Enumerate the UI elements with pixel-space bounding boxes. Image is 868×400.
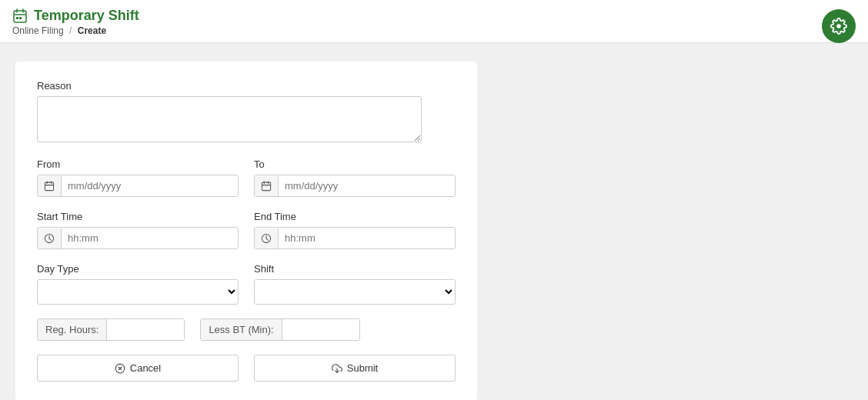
to-date-input[interactable] — [279, 175, 455, 196]
to-input-group — [254, 175, 456, 197]
less-bt-label: Less BT (Min): — [201, 319, 282, 340]
svg-line-19 — [266, 238, 268, 240]
end-time-input-group — [254, 227, 456, 249]
day-type-label: Day Type — [37, 263, 239, 275]
svg-rect-0 — [14, 11, 26, 22]
day-shift-row: Day Type Shift — [37, 263, 456, 318]
breadcrumb-parent[interactable]: Online Filing — [12, 25, 64, 36]
shift-col: Shift — [254, 263, 456, 318]
breadcrumb-separator: / — [69, 25, 72, 36]
breadcrumb: Online Filing / Create — [12, 25, 856, 36]
start-time-col: Start Time — [37, 211, 239, 263]
from-to-row: From — [37, 158, 456, 211]
reg-hours-group: Reg. Hours: — [37, 318, 185, 341]
shift-label: Shift — [254, 263, 456, 275]
form-card: Reason From — [15, 62, 477, 400]
end-time-input[interactable] — [279, 228, 455, 248]
svg-rect-4 — [16, 17, 18, 19]
start-clock-icon — [38, 228, 62, 248]
from-col: From — [37, 158, 239, 211]
settings-icon — [830, 18, 847, 35]
button-row: Cancel Submit — [37, 355, 456, 382]
svg-rect-10 — [262, 182, 270, 191]
reg-hours-label: Reg. Hours: — [38, 319, 107, 340]
svg-rect-6 — [45, 182, 53, 191]
less-bt-input[interactable] — [282, 319, 359, 340]
page-title: Temporary Shift — [12, 8, 856, 24]
svg-rect-5 — [19, 17, 22, 19]
submit-button[interactable]: Submit — [254, 355, 456, 382]
end-clock-icon — [255, 228, 279, 248]
fab-button[interactable] — [822, 9, 856, 43]
day-type-select[interactable] — [37, 279, 239, 305]
svg-line-16 — [49, 238, 51, 240]
to-col: To — [254, 158, 456, 211]
submit-icon — [332, 363, 342, 374]
reason-textarea[interactable] — [37, 96, 422, 142]
reg-hours-input[interactable] — [107, 319, 184, 340]
to-calendar-icon — [255, 176, 279, 196]
day-type-col: Day Type — [37, 263, 239, 318]
from-date-input[interactable] — [62, 175, 238, 196]
end-time-col: End Time — [254, 211, 456, 263]
less-bt-group: Less BT (Min): — [200, 318, 359, 341]
from-label: From — [37, 158, 239, 170]
header: Temporary Shift Online Filing / Create — [0, 0, 868, 43]
hours-row: Reg. Hours: Less BT (Min): — [37, 318, 456, 341]
start-time-input[interactable] — [62, 228, 238, 248]
reason-label: Reason — [37, 80, 456, 92]
from-calendar-icon — [38, 176, 62, 196]
from-input-group — [37, 175, 239, 197]
shift-select[interactable] — [254, 279, 456, 305]
cancel-button[interactable]: Cancel — [37, 355, 239, 382]
start-time-input-group — [37, 227, 239, 249]
to-label: To — [254, 158, 456, 170]
breadcrumb-current: Create — [78, 25, 106, 36]
end-time-label: End Time — [254, 211, 456, 222]
cancel-icon — [115, 363, 125, 374]
main-content: Reason From — [0, 43, 868, 400]
reason-group: Reason — [37, 80, 456, 145]
time-row: Start Time End T — [37, 211, 456, 263]
start-time-label: Start Time — [37, 211, 239, 222]
calendar-icon — [12, 8, 28, 24]
